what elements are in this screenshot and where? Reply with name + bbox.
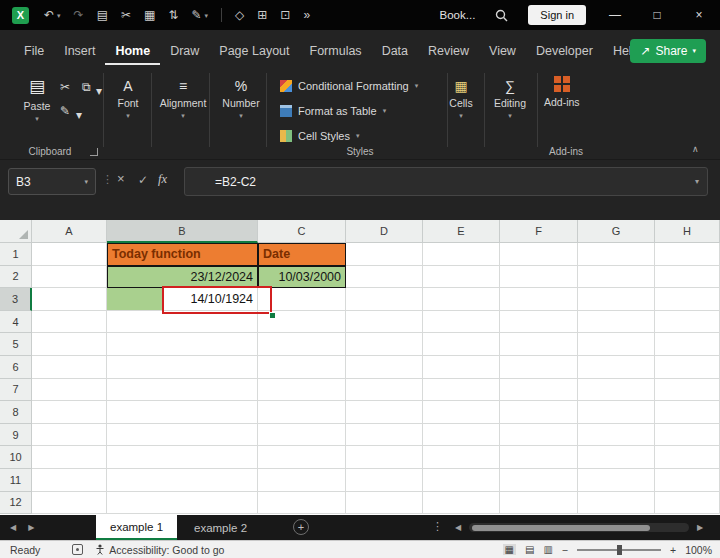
cell-C7[interactable] [258,379,346,402]
undo-dropdown-icon[interactable]: ▾ [57,12,61,19]
cell-F12[interactable] [500,492,578,515]
cell-A4[interactable] [32,311,107,334]
row-header-1[interactable]: 1 [0,243,32,266]
editing-group-button[interactable]: ∑ Editing ▾ [486,78,534,120]
cell-E2[interactable] [423,266,500,289]
copy-dropdown-icon[interactable]: ▾ [96,84,102,98]
cell-E3[interactable] [423,288,500,311]
ribbon-tab-page-layout[interactable]: Page Layout [209,38,299,65]
cell-B8[interactable] [107,401,258,424]
cell-H4[interactable] [655,311,720,334]
cancel-icon[interactable]: × [117,171,125,186]
pin-icon[interactable]: ◇ [235,9,244,21]
cell-E10[interactable] [423,446,500,469]
cell-G10[interactable] [578,446,655,469]
cell-B12[interactable] [107,492,258,515]
sheet-tab-example-2[interactable]: example 2 [180,515,261,540]
row-header-3[interactable]: 3 [0,288,32,311]
scroll-left-icon[interactable]: ◀ [455,523,461,532]
row-header-5[interactable]: 5 [0,333,32,356]
workbook-name[interactable]: Book... [440,9,476,21]
draw-icon[interactable]: ✎ [191,9,201,21]
minimize-button[interactable]: — [594,0,636,30]
row-header-8[interactable]: 8 [0,401,32,424]
cell-H8[interactable] [655,401,720,424]
cell-H10[interactable] [655,446,720,469]
cell-G9[interactable] [578,424,655,447]
column-header-C[interactable]: C [258,220,346,243]
cell-C8[interactable] [258,401,346,424]
cell-E12[interactable] [423,492,500,515]
row-header-10[interactable]: 10 [0,446,32,469]
page-layout-view-icon[interactable]: ▤ [525,544,534,555]
search-icon[interactable] [495,9,508,22]
selection-fill-handle[interactable] [269,312,276,319]
collapse-ribbon-icon[interactable]: ∧ [692,144,699,154]
zoom-out-icon[interactable]: − [562,544,568,556]
cell-A12[interactable] [32,492,107,515]
cell-G12[interactable] [578,492,655,515]
tab-bar-more-icon[interactable]: ⋮ [432,520,443,533]
cell-C6[interactable] [258,356,346,379]
cell-D9[interactable] [346,424,423,447]
cell-C11[interactable] [258,469,346,492]
cell-C10[interactable] [258,446,346,469]
cell-A7[interactable] [32,379,107,402]
cell-H9[interactable] [655,424,720,447]
cell-G2[interactable] [578,266,655,289]
column-header-B[interactable]: B [107,220,258,243]
next-sheet-icon[interactable]: ▶ [28,523,34,532]
cell-G8[interactable] [578,401,655,424]
alignment-group-button[interactable]: ≡ Alignment ▾ [155,78,211,120]
copy-button[interactable]: ⧉ [82,80,91,94]
cell-B4[interactable] [107,311,258,334]
row-header-4[interactable]: 4 [0,311,32,334]
more-commands-icon[interactable]: » [303,9,310,21]
column-header-A[interactable]: A [32,220,107,243]
cell-H5[interactable] [655,333,720,356]
cell-H11[interactable] [655,469,720,492]
cell-B7[interactable] [107,379,258,402]
cell-G5[interactable] [578,333,655,356]
cell-A1[interactable] [32,243,107,266]
cell-B1[interactable]: Today function [107,243,258,266]
cell-G1[interactable] [578,243,655,266]
cell-D1[interactable] [346,243,423,266]
excel-app-icon[interactable]: X [12,7,29,24]
horizontal-scrollbar[interactable] [469,523,689,532]
cell-E5[interactable] [423,333,500,356]
cell-D4[interactable] [346,311,423,334]
cell-H12[interactable] [655,492,720,515]
cell-F5[interactable] [500,333,578,356]
cell-D12[interactable] [346,492,423,515]
cell-D2[interactable] [346,266,423,289]
ribbon-tab-draw[interactable]: Draw [160,38,209,65]
cell-A2[interactable] [32,266,107,289]
share-button[interactable]: ↗ Share ▾ [630,39,706,63]
cell-D3[interactable] [346,288,423,311]
accessibility-status[interactable]: Accessibility: Good to go [95,544,224,556]
cell-A10[interactable] [32,446,107,469]
font-group-button[interactable]: A Font ▾ [107,78,149,120]
cell-E7[interactable] [423,379,500,402]
scroll-right-icon[interactable]: ▶ [697,523,703,532]
clipboard-dialog-launcher-icon[interactable] [90,148,98,156]
cell-D5[interactable] [346,333,423,356]
cut-icon[interactable]: ✂ [121,9,131,21]
cell-E6[interactable] [423,356,500,379]
cell-F2[interactable] [500,266,578,289]
cell-B11[interactable] [107,469,258,492]
cell-D6[interactable] [346,356,423,379]
page-break-view-icon[interactable]: ▥ [543,544,552,555]
cell-E11[interactable] [423,469,500,492]
column-header-D[interactable]: D [346,220,423,243]
new-sheet-button[interactable]: + [293,519,309,535]
cell-H7[interactable] [655,379,720,402]
cells-group-button[interactable]: ▦ Cells ▾ [438,78,484,120]
previous-sheet-icon[interactable]: ◀ [10,523,16,532]
cell-G6[interactable] [578,356,655,379]
sheet-tab-example-1[interactable]: example 1 [96,515,177,540]
ribbon-tab-review[interactable]: Review [418,38,479,65]
ribbon-tab-formulas[interactable]: Formulas [300,38,372,65]
cut-button[interactable]: ✂ [60,80,70,94]
